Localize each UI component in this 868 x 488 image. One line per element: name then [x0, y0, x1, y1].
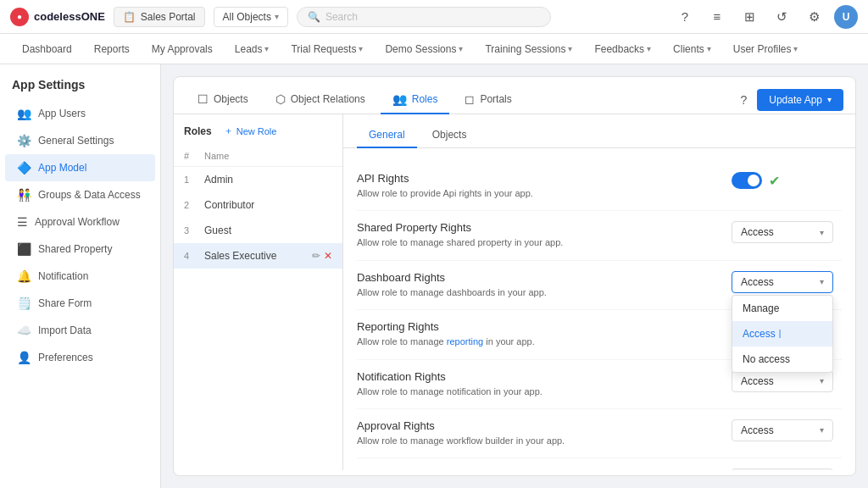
- dashboard-dropdown-menu: Manage Access | No access: [732, 295, 833, 373]
- sidebar-item-notification[interactable]: 🔔 Notification: [5, 263, 155, 290]
- share-form-select-btn[interactable]: No access ▾: [732, 469, 833, 470]
- setting-api-rights: API Rights Allow role to provide Api rig…: [357, 162, 842, 211]
- menu-icon[interactable]: ≡: [705, 5, 729, 29]
- settings-icon[interactable]: ⚙: [802, 5, 826, 29]
- tab-object-relations[interactable]: ⬡ Object Relations: [264, 86, 377, 114]
- setting-title-share-form: Share Form Rights: [357, 469, 715, 470]
- settings-tab-general[interactable]: General: [357, 123, 417, 148]
- sidebar-item-label: Preferences: [38, 352, 93, 363]
- approval-select-btn[interactable]: Access ▾: [732, 419, 833, 441]
- nav-training-sessions[interactable]: Training Sessions ▾: [476, 38, 581, 60]
- app-selector[interactable]: 📋 Sales Portal: [114, 7, 205, 27]
- sidebar-item-general-settings[interactable]: ⚙️ General Settings: [5, 127, 155, 154]
- sidebar-item-label: Approval Workflow: [35, 216, 120, 228]
- nav-leads[interactable]: Leads ▾: [226, 38, 278, 60]
- tab-portals[interactable]: ◻ Portals: [453, 86, 523, 114]
- setting-title-api-rights: API Rights: [357, 172, 715, 185]
- setting-control-dashboard: Access ▾ Manage Access: [732, 271, 842, 293]
- nav-dashboard[interactable]: Dashboard: [14, 38, 81, 60]
- notification-value: Access: [741, 375, 774, 387]
- nav-user-profiles[interactable]: User Profiles ▾: [725, 38, 807, 60]
- shared-property-dropdown[interactable]: Access ▾: [732, 221, 833, 243]
- role-row[interactable]: 3 Guest: [174, 218, 342, 243]
- topbar: ● codelessONE 📋 Sales Portal All Objects…: [0, 0, 868, 34]
- api-rights-toggle[interactable]: [732, 172, 762, 189]
- help-icon[interactable]: ?: [673, 5, 697, 29]
- new-role-button[interactable]: ＋ New Role: [224, 125, 277, 137]
- apps-icon[interactable]: ⊞: [737, 5, 761, 29]
- logo-icon: ●: [10, 8, 29, 26]
- sidebar-item-shared-property[interactable]: ⬛ Shared Property: [5, 236, 155, 263]
- reporting-link[interactable]: reporting: [447, 336, 483, 347]
- search-bar[interactable]: 🔍 Search: [297, 7, 551, 27]
- nav-trial-requests[interactable]: Trial Requests ▾: [282, 38, 371, 60]
- notification-dropdown[interactable]: Access ▾: [732, 370, 833, 392]
- sidebar-item-import-data[interactable]: ☁️ Import Data: [5, 317, 155, 344]
- objects-tab-icon: ☐: [198, 92, 209, 106]
- users-icon: 👥: [17, 107, 31, 120]
- shared-property-select-btn[interactable]: Access ▾: [732, 221, 833, 243]
- role-name: Sales Executive: [204, 250, 312, 262]
- tab-objects[interactable]: ☐ Objects: [186, 86, 260, 114]
- setting-desc-shared-property: Allow role to manage shared property in …: [357, 236, 715, 249]
- roles-header: Roles ＋ New Role: [174, 125, 342, 146]
- col-num-header: #: [184, 151, 204, 161]
- setting-title-reporting: Reporting Rights: [357, 320, 715, 333]
- tab-label: Roles: [412, 93, 438, 105]
- gear-icon: ⚙️: [17, 134, 31, 147]
- form-icon: 🗒️: [17, 297, 31, 310]
- avatar[interactable]: U: [834, 5, 858, 29]
- option-manage[interactable]: Manage: [732, 296, 832, 321]
- notification-select-btn[interactable]: Access ▾: [732, 370, 833, 392]
- preferences-icon: 👤: [17, 351, 31, 364]
- nav-clients[interactable]: Clients ▾: [665, 38, 720, 60]
- role-num: 3: [184, 225, 204, 236]
- role-row[interactable]: 1 Admin: [174, 167, 342, 192]
- sidebar-item-groups-data-access[interactable]: 👫 Groups & Data Access: [5, 181, 155, 208]
- role-name: Guest: [204, 225, 332, 236]
- nav-my-approvals[interactable]: My Approvals: [143, 38, 221, 60]
- settings-tabs: General Objects: [343, 114, 855, 148]
- nav-feedbacks[interactable]: Feedbacks ▾: [586, 38, 659, 60]
- option-access[interactable]: Access |: [732, 321, 832, 347]
- cursor-indicator: |: [779, 329, 782, 338]
- update-app-button[interactable]: Update App ▾: [757, 89, 843, 111]
- settings-content: API Rights Allow role to provide Api rig…: [343, 148, 855, 470]
- option-no-access[interactable]: No access: [732, 347, 832, 372]
- setting-title-dashboard: Dashboard Rights: [357, 271, 715, 284]
- edit-icon[interactable]: ✏: [312, 250, 320, 262]
- setting-control-notification: Access ▾: [732, 370, 842, 392]
- new-role-label: New Role: [236, 126, 277, 136]
- sidebar-item-app-model[interactable]: 🔷 App Model: [5, 154, 155, 181]
- history-icon[interactable]: ↺: [770, 5, 793, 29]
- sidebar-item-approval-workflow[interactable]: ☰ Approval Workflow: [5, 208, 155, 236]
- approval-dropdown[interactable]: Access ▾: [732, 419, 833, 441]
- setting-desc-dashboard: Allow role to manage dashboards in your …: [357, 286, 715, 299]
- tab-label: Objects: [214, 93, 248, 105]
- sidebar-item-preferences[interactable]: 👤 Preferences: [5, 344, 155, 371]
- objects-dropdown[interactable]: All Objects ▾: [214, 7, 288, 27]
- dashboard-dropdown[interactable]: Access ▾ Manage Access: [732, 271, 833, 293]
- property-icon: ⬛: [17, 242, 31, 256]
- role-row-active[interactable]: 4 Sales Executive ✏ ✕: [174, 243, 342, 269]
- sidebar-item-share-form[interactable]: 🗒️ Share Form: [5, 290, 155, 317]
- settings-tab-objects[interactable]: Objects: [420, 123, 479, 148]
- sidebar-item-label: Notification: [38, 270, 88, 282]
- tab-actions: ? Update App ▾: [737, 89, 843, 111]
- help-button[interactable]: ?: [737, 90, 750, 110]
- option-label: Access: [743, 328, 776, 340]
- sidebar: App Settings 👥 App Users ⚙️ General Sett…: [0, 64, 161, 488]
- delete-icon[interactable]: ✕: [324, 250, 332, 262]
- content-area: ☐ Objects ⬡ Object Relations 👥 Roles ◻ P…: [161, 64, 868, 488]
- tab-roles[interactable]: 👥 Roles: [381, 86, 450, 114]
- share-form-dropdown[interactable]: No access ▾: [732, 469, 833, 470]
- sidebar-item-app-users[interactable]: 👥 App Users: [5, 100, 155, 127]
- verified-icon: ✔: [769, 173, 780, 189]
- setting-control-approval: Access ▾: [732, 419, 842, 441]
- nav-reports[interactable]: Reports: [86, 38, 138, 60]
- nav-demo-sessions[interactable]: Demo Sessions ▾: [376, 38, 471, 60]
- brand-logo[interactable]: ● codelessONE: [10, 8, 105, 26]
- search-icon: 🔍: [308, 11, 320, 23]
- dashboard-select-btn[interactable]: Access ▾: [732, 271, 833, 293]
- role-row[interactable]: 2 Contributor: [174, 192, 342, 218]
